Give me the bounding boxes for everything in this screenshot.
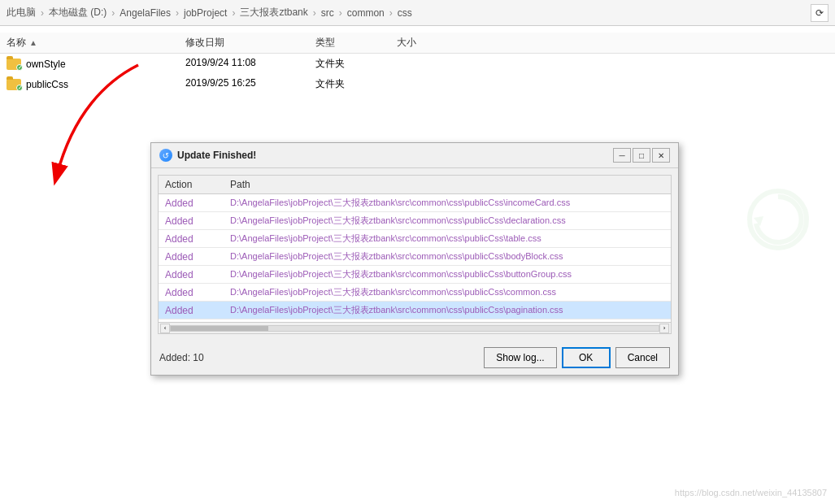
added-count-label: Added: 10 — [159, 352, 204, 363]
file-size-1 — [397, 77, 462, 91]
path-cell-4: D:\AngelaFiles\jobProject\三大报表ztbank\src… — [224, 266, 671, 284]
address-part-1[interactable]: 本地磁盘 (D:) — [49, 6, 107, 20]
modal-footer: Added: 10 Show log... OK Cancel — [151, 341, 678, 375]
sep-6: › — [389, 7, 393, 19]
minimize-button[interactable]: ─ — [613, 148, 631, 163]
dialog-title: Update Finished! — [177, 150, 608, 161]
file-list-header: 名称 ▲ 修改日期 类型 大小 — [0, 33, 835, 54]
path-cell-2: D:\AngelaFiles\jobProject\三大报表ztbank\src… — [224, 230, 671, 248]
action-cell-0: Added — [159, 194, 224, 212]
sep-0: › — [41, 7, 44, 19]
file-modified-1: 2019/9/25 16:25 — [185, 77, 315, 91]
col-size-header[interactable]: 大小 — [397, 36, 462, 50]
action-cell-3: Added — [159, 248, 224, 266]
file-type-1: 文件夹 — [315, 77, 397, 91]
path-cell-6: D:\AngelaFiles\jobProject\三大报表ztbank\src… — [224, 302, 671, 319]
update-finished-dialog: ↻ Update Finished! ─ □ ✕ Action Path — [150, 142, 679, 376]
address-part-0[interactable]: 此电脑 — [7, 6, 36, 20]
refresh-button[interactable]: ⟳ — [811, 4, 828, 22]
table-header-row: Action Path — [159, 176, 671, 194]
table-row[interactable]: Added D:\AngelaFiles\jobProject\三大报表ztba… — [159, 212, 671, 230]
table-row[interactable]: Added D:\AngelaFiles\jobProject\三大报表ztba… — [159, 230, 671, 248]
svn-badge-0: ✓ — [16, 64, 23, 71]
address-part-3[interactable]: jobProject — [184, 7, 227, 19]
ok-button[interactable]: OK — [562, 347, 611, 368]
address-part-4[interactable]: 三大报表ztbank — [240, 6, 307, 20]
window-controls: ─ □ ✕ — [613, 148, 670, 163]
col-path-header: Path — [224, 176, 671, 194]
file-label-1: publicCss — [26, 79, 68, 90]
path-cell-1: D:\AngelaFiles\jobProject\三大报表ztbank\src… — [224, 212, 671, 230]
table-row[interactable]: Added D:\AngelaFiles\jobProject\三大报表ztba… — [159, 266, 671, 284]
svn-badge-1: ✓ — [16, 85, 23, 91]
file-name-1: ✓ publicCss — [7, 77, 185, 91]
action-cell-2: Added — [159, 230, 224, 248]
file-size-0 — [397, 57, 462, 71]
cancel-button[interactable]: Cancel — [615, 347, 670, 368]
address-part-6[interactable]: common — [347, 7, 385, 19]
h-scroll-track — [170, 325, 659, 332]
file-row[interactable]: ✓ ownStyle 2019/9/24 11:08 文件夹 — [0, 54, 835, 74]
path-cell-0: D:\AngelaFiles\jobProject\三大报表ztbank\src… — [224, 194, 671, 212]
action-cell-4: Added — [159, 266, 224, 284]
update-table: Action Path Added D:\AngelaFiles\jobProj… — [159, 176, 671, 322]
col-modified-header[interactable]: 修改日期 — [185, 36, 315, 50]
sep-3: › — [232, 7, 235, 19]
col-action-header: Action — [159, 176, 224, 194]
file-type-0: 文件夹 — [315, 57, 397, 71]
close-button[interactable]: ✕ — [652, 148, 670, 163]
sort-arrow-icon: ▲ — [29, 38, 37, 47]
table-row[interactable]: Added D:\AngelaFiles\jobProject\三大报表ztba… — [159, 194, 671, 212]
sep-4: › — [313, 7, 316, 19]
sep-2: › — [176, 7, 179, 19]
file-name-0: ✓ ownStyle — [7, 57, 185, 71]
file-label-0: ownStyle — [26, 59, 66, 70]
table-row[interactable]: Added D:\AngelaFiles\jobProject\三大报表ztba… — [159, 248, 671, 266]
dialog-icon: ↻ — [159, 149, 172, 162]
maximize-button[interactable]: □ — [633, 148, 650, 163]
folder-icon-1: ✓ — [7, 79, 21, 90]
completed-value: At revision: 1919 — [224, 319, 671, 323]
file-modified-0: 2019/9/24 11:08 — [185, 57, 315, 71]
path-cell-5: D:\AngelaFiles\jobProject\三大报表ztbank\src… — [224, 284, 671, 302]
completed-row: Completed At revision: 1919 — [159, 319, 671, 323]
address-part-2[interactable]: AngelaFiles — [120, 7, 171, 19]
sep-1: › — [111, 7, 115, 19]
h-scroll-left-btn[interactable]: ‹ — [160, 324, 170, 333]
file-row[interactable]: ✓ publicCss 2019/9/25 16:25 文件夹 — [0, 74, 835, 94]
h-scroll-right-btn[interactable]: › — [659, 324, 669, 333]
footer-buttons: Show log... OK Cancel — [484, 347, 670, 368]
update-table-container: Action Path Added D:\AngelaFiles\jobProj… — [158, 175, 672, 334]
sep-5: › — [339, 7, 342, 19]
col-type-header[interactable]: 类型 — [315, 36, 397, 50]
show-log-button[interactable]: Show log... — [484, 347, 556, 368]
action-cell-1: Added — [159, 212, 224, 230]
action-cell-6: Added — [159, 302, 224, 319]
table-row[interactable]: Added D:\AngelaFiles\jobProject\三大报表ztba… — [159, 302, 671, 319]
path-cell-3: D:\AngelaFiles\jobProject\三大报表ztbank\src… — [224, 248, 671, 266]
horizontal-scrollbar[interactable]: ‹ › — [159, 322, 671, 333]
table-row[interactable]: Added D:\AngelaFiles\jobProject\三大报表ztba… — [159, 284, 671, 302]
folder-icon-0: ✓ — [7, 59, 21, 70]
col-name-header[interactable]: 名称 ▲ — [7, 36, 185, 50]
h-scroll-thumb — [171, 326, 268, 331]
action-cell-5: Added — [159, 284, 224, 302]
address-part-7[interactable]: css — [398, 7, 412, 19]
modal-titlebar: ↻ Update Finished! ─ □ ✕ — [151, 143, 678, 168]
table-scroll-area[interactable]: Action Path Added D:\AngelaFiles\jobProj… — [159, 176, 671, 322]
address-bar: 此电脑 › 本地磁盘 (D:) › AngelaFiles › jobProje… — [0, 0, 835, 26]
completed-label: Completed — [159, 319, 224, 323]
address-part-5[interactable]: src — [321, 7, 334, 19]
